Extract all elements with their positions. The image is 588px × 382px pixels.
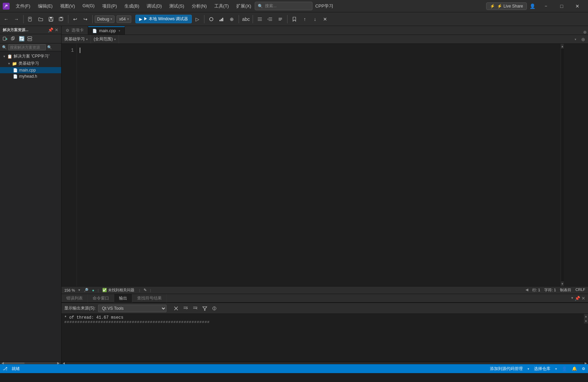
zoom-dropdown-arrow[interactable]: ▾ bbox=[78, 288, 80, 292]
output-hscroll[interactable]: ◀ ▶ bbox=[62, 361, 588, 364]
scroll-left-arrow[interactable]: ◀ bbox=[1, 361, 4, 364]
nav-pin-button[interactable]: ⊕ bbox=[578, 36, 588, 43]
new-project-button[interactable] bbox=[26, 14, 35, 24]
add-source-label[interactable]: 添加到源代码管理 bbox=[490, 366, 523, 372]
user-profile-icon[interactable]: 👤 bbox=[530, 3, 535, 9]
show-all-files-button[interactable] bbox=[10, 35, 17, 42]
breakpoints-button[interactable] bbox=[206, 14, 216, 24]
scroll-right-arrow[interactable]: ▶ bbox=[57, 361, 60, 364]
menu-analyze[interactable]: 分析(N) bbox=[188, 2, 210, 11]
tree-item-myhead-h[interactable]: 📄 myhead.h bbox=[0, 73, 61, 79]
platform-dropdown[interactable]: x64 ▾ bbox=[117, 15, 131, 23]
minimize-button[interactable]: － bbox=[538, 0, 554, 12]
output-scrollbar[interactable]: ▲ ▼ bbox=[584, 314, 588, 361]
menu-edit[interactable]: 编辑(E) bbox=[35, 2, 56, 11]
breadcrumb-project[interactable]: 类基础学习 ▾ bbox=[62, 35, 91, 43]
collapse-all-button[interactable] bbox=[26, 35, 34, 42]
output-hscroll-left[interactable]: ◀ bbox=[62, 361, 66, 365]
back-button[interactable]: ← bbox=[1, 14, 11, 24]
search-solution-input[interactable] bbox=[8, 44, 46, 50]
performance-profiler-button[interactable] bbox=[217, 14, 226, 24]
magnify-icon[interactable]: 🔎 bbox=[84, 288, 89, 292]
run-debugger-button[interactable]: ▶ ▶ 本地 Windows 调试器 bbox=[135, 15, 192, 23]
menu-test[interactable]: 测试(S) bbox=[166, 2, 187, 11]
tree-item-solution[interactable]: ▼ 📋 解决方案 'CPP学习' bbox=[0, 53, 61, 60]
build-config-dropdown[interactable]: Debug ▾ bbox=[95, 15, 115, 23]
run-without-debug-button[interactable]: ▷ bbox=[192, 14, 202, 24]
output-clear-button[interactable] bbox=[172, 304, 180, 313]
tab-dropdown-arrow[interactable]: ▾ bbox=[119, 29, 120, 33]
bookmark-button[interactable] bbox=[290, 14, 299, 24]
menu-view[interactable]: 视图(V) bbox=[57, 2, 78, 11]
output-dropdown-arrow[interactable]: ▾ bbox=[571, 296, 573, 301]
menu-build[interactable]: 生成(B) bbox=[121, 2, 143, 11]
forward-button[interactable]: → bbox=[12, 14, 21, 24]
select-repo-label[interactable]: 选择仓库 bbox=[534, 366, 550, 372]
save-button[interactable] bbox=[46, 14, 56, 24]
live-share-button[interactable]: ⚡ ⚡ Live Share bbox=[486, 2, 527, 10]
save-all-button[interactable] bbox=[56, 14, 66, 24]
tab-output[interactable]: 输出 bbox=[114, 294, 132, 303]
next-bookmark-button[interactable]: ↓ bbox=[310, 14, 320, 24]
tab-main-cpp[interactable]: 📄 main.cpp ▾ bbox=[88, 26, 125, 35]
toolbar-sep-7 bbox=[287, 15, 288, 23]
breadcrumb-scope[interactable]: (全局范围) ▾ bbox=[91, 35, 119, 43]
output-close-button[interactable]: ✕ bbox=[582, 296, 585, 301]
code-content[interactable] bbox=[77, 44, 561, 286]
maximize-button[interactable]: □ bbox=[554, 0, 570, 12]
tree-item-project[interactable]: ▼ 📁 类基础学习 bbox=[0, 60, 61, 67]
minimap-scroll-up[interactable]: ▲ bbox=[561, 44, 564, 49]
output-scroll-down[interactable]: ▼ bbox=[584, 319, 588, 323]
search-box-placeholder[interactable]: 搜索... bbox=[265, 3, 309, 9]
comment-button[interactable] bbox=[276, 14, 285, 24]
tab-errors[interactable]: 错误列表 bbox=[62, 294, 88, 303]
minimap-track[interactable] bbox=[561, 49, 564, 281]
hscroll-thumb[interactable] bbox=[4, 362, 25, 364]
notification-icon[interactable]: 🔔 bbox=[572, 366, 577, 371]
spell-check-button[interactable]: abc bbox=[241, 14, 251, 24]
menu-git[interactable]: Git(G) bbox=[79, 2, 98, 11]
refresh-button[interactable]: 🔄 bbox=[18, 35, 25, 42]
output-hscroll-track[interactable] bbox=[66, 362, 584, 364]
nav-empty-selector[interactable]: ▾ bbox=[573, 35, 578, 44]
output-hscroll-right[interactable]: ▶ bbox=[584, 361, 588, 365]
scroll-left-arrow[interactable]: ◀ bbox=[525, 288, 528, 293]
minimap-scroll-down[interactable]: ▼ bbox=[561, 281, 564, 286]
tab-options[interactable]: ⚙ 选项卡 bbox=[62, 26, 88, 35]
solution-hscroll[interactable]: ◀ ▶ bbox=[0, 361, 61, 364]
search-solution-search-icon[interactable]: 🔍 bbox=[47, 45, 52, 50]
tab-command[interactable]: 命令窗口 bbox=[88, 294, 114, 303]
code-line-1[interactable] bbox=[80, 47, 558, 54]
output-pin-button[interactable]: 📌 bbox=[575, 296, 580, 301]
outdent-button[interactable] bbox=[265, 14, 275, 24]
attach-process-button[interactable]: ⊕ bbox=[227, 14, 237, 24]
menu-extensions[interactable]: 扩展(X) bbox=[233, 2, 254, 11]
output-scroll-up[interactable]: ▲ bbox=[584, 314, 588, 319]
open-file-button[interactable] bbox=[36, 14, 45, 24]
redo-button[interactable]: ↪ bbox=[81, 14, 90, 24]
close-button[interactable]: ✕ bbox=[570, 0, 585, 12]
menu-project[interactable]: 项目(P) bbox=[99, 2, 120, 11]
user-account-icon[interactable]: 👤 bbox=[562, 366, 567, 371]
output-content[interactable]: * of thread: 41.67 msecs ###############… bbox=[62, 314, 584, 361]
clear-bookmarks-button[interactable]: ✕ bbox=[320, 14, 330, 24]
editor-tab-pin-btn[interactable]: ⊕ bbox=[582, 30, 588, 35]
output-filter-button[interactable] bbox=[201, 304, 209, 313]
output-source-select[interactable]: Qt VS Tools bbox=[98, 305, 166, 312]
output-goto-button[interactable] bbox=[210, 304, 218, 313]
output-wrap2-button[interactable] bbox=[191, 304, 199, 313]
menu-tools[interactable]: 工具(T) bbox=[211, 2, 232, 11]
hscroll-track[interactable] bbox=[4, 362, 57, 364]
solution-pin-button[interactable]: 📌 bbox=[48, 27, 53, 33]
prev-bookmark-button[interactable]: ↑ bbox=[300, 14, 309, 24]
add-item-button[interactable] bbox=[1, 35, 9, 42]
undo-button[interactable]: ↩ bbox=[70, 14, 80, 24]
menu-file[interactable]: 文件(F) bbox=[12, 2, 34, 11]
output-wrap-button[interactable] bbox=[182, 304, 190, 313]
solution-close-button[interactable]: ✕ bbox=[55, 27, 58, 33]
indent-button[interactable] bbox=[255, 14, 265, 24]
project-folder-icon: 📁 bbox=[12, 61, 17, 66]
menu-debug[interactable]: 调试(D) bbox=[143, 2, 165, 11]
tree-item-main-cpp[interactable]: 📄 main.cpp bbox=[0, 67, 61, 73]
tab-find-symbol[interactable]: 查找符号结果 bbox=[132, 294, 167, 303]
